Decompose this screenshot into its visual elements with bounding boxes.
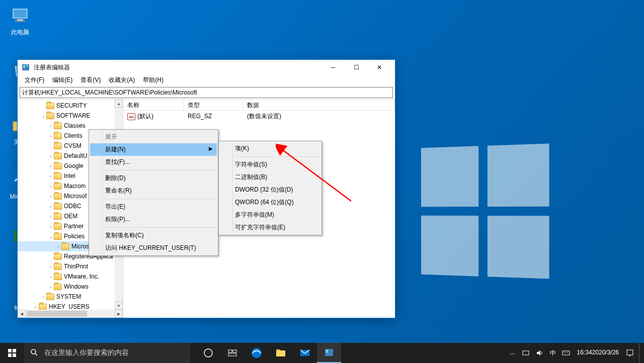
desktop-icon-this-pc[interactable]: 此电脑 (3, 6, 38, 37)
menu-view[interactable]: 查看(V) (76, 75, 105, 86)
ctx-export[interactable]: 导出(E) (90, 201, 217, 213)
list-row[interactable]: ab(默认) REG_SZ (数值未设置) (123, 111, 395, 122)
tree-item-label: Clients (64, 132, 83, 139)
scroll-down-icon[interactable]: ▼ (115, 302, 123, 310)
tree-expander-icon[interactable]: › (48, 274, 54, 280)
task-explorer[interactable] (269, 343, 293, 363)
tree-item-label: ODBC (64, 203, 82, 210)
tree-item-label: Intel (64, 172, 75, 179)
header-type[interactable]: 类型 (184, 100, 243, 110)
tree-expander-icon[interactable]: › (48, 284, 54, 290)
task-cortana[interactable] (196, 343, 220, 363)
svg-point-12 (31, 349, 36, 354)
folder-icon (54, 253, 62, 260)
titlebar[interactable]: 注册表编辑器 ─ ☐ ✕ (18, 60, 395, 75)
ctx-new-string[interactable]: 字符串值(S) (220, 158, 320, 171)
tree-expander-icon[interactable]: › (48, 153, 54, 159)
tree-expander-icon[interactable]: › (33, 304, 39, 310)
tree-expander-icon[interactable]: › (48, 133, 54, 139)
tray-chevron-icon[interactable]: ︿ (507, 343, 519, 363)
ctx-find[interactable]: 查找(F)... (90, 156, 217, 168)
svg-point-14 (204, 349, 212, 357)
folder-icon (54, 274, 62, 280)
close-button[interactable]: ✕ (368, 60, 391, 75)
minimize-button[interactable]: ─ (321, 60, 345, 75)
tree-expander-icon[interactable]: ⌄ (40, 113, 46, 119)
scroll-right-icon[interactable]: ▶ (115, 310, 123, 318)
tray-notifications-icon[interactable] (623, 343, 637, 363)
tree-item-label: Classes (64, 122, 86, 129)
ctx-copy-key-name[interactable]: 复制项名称(C) (90, 229, 217, 242)
header-data[interactable]: 数据 (243, 100, 395, 110)
folder-icon (39, 304, 47, 310)
tree-expander-icon[interactable]: › (48, 184, 54, 189)
folder-icon (54, 203, 62, 210)
tray-clock[interactable]: 16:34 2020/3/26 (573, 343, 623, 363)
taskbar-search[interactable]: 在这里输入你要搜索的内容 (24, 343, 190, 363)
ctx-new-multistring[interactable]: 多字符串值(M) (220, 209, 320, 221)
tree-expander-icon[interactable]: › (48, 204, 54, 209)
tree-item[interactable]: ⌄SOFTWARE (18, 111, 123, 121)
tree-expander-icon[interactable]: › (48, 123, 54, 129)
tree-expander-icon[interactable]: › (55, 244, 61, 249)
svg-rect-28 (627, 350, 633, 355)
folder-icon (54, 263, 62, 270)
tree-expander-icon[interactable]: › (48, 194, 54, 199)
ctx-new[interactable]: 新建(N)▶ (90, 143, 217, 156)
task-mail[interactable] (293, 343, 317, 363)
tray-volume-icon[interactable] (533, 343, 547, 363)
search-icon (30, 348, 38, 358)
tree-expander-icon[interactable]: › (48, 224, 54, 229)
ctx-permissions[interactable]: 权限(P)... (90, 213, 217, 226)
tree-item[interactable]: SECURITY (18, 101, 123, 111)
task-edge[interactable] (245, 343, 269, 363)
horizontal-scrollbar[interactable]: ◀ ▶ (18, 310, 123, 318)
tree-expander-icon[interactable]: › (48, 214, 54, 219)
scroll-left-icon[interactable]: ◀ (18, 310, 26, 318)
tray-network-icon[interactable] (519, 343, 533, 363)
start-button[interactable] (0, 343, 24, 363)
menu-favorites[interactable]: 收藏夹(A) (105, 75, 139, 86)
tree-expander-icon[interactable]: › (40, 294, 46, 300)
ctx-new-dword[interactable]: DWORD (32 位)值(D) (220, 184, 320, 196)
header-name[interactable]: 名称 (123, 100, 184, 110)
tray-keyboard-icon[interactable] (559, 343, 573, 363)
task-taskview[interactable] (220, 343, 245, 363)
tree-expander-icon[interactable]: › (48, 163, 54, 169)
menu-help[interactable]: 帮助(H) (139, 75, 168, 86)
tree-item[interactable]: ›Windows (18, 282, 123, 292)
ctx-new-key[interactable]: 项(K) (220, 142, 320, 155)
show-desktop-button[interactable] (639, 343, 642, 363)
ctx-delete[interactable]: 删除(D) (90, 172, 217, 185)
address-bar[interactable]: 计算机\HKEY_LOCAL_MACHINE\SOFTWARE\Policies… (20, 87, 393, 98)
task-regedit[interactable] (317, 343, 341, 363)
tree-item-label: ThinPrint (64, 263, 88, 270)
menu-edit[interactable]: 编辑(E) (48, 75, 76, 86)
scroll-up-icon[interactable]: ▲ (115, 100, 123, 108)
ctx-new-expandstring[interactable]: 可扩充字符串值(E) (220, 221, 320, 234)
maximize-button[interactable]: ☐ (345, 60, 368, 75)
tree-item[interactable]: ›SYSTEM (18, 292, 123, 302)
ctx-goto-hkcu[interactable]: 访问 HKEY_CURRENT_USER(T) (90, 242, 217, 254)
folder-icon (46, 113, 54, 119)
scroll-thumb[interactable] (27, 311, 87, 317)
svg-rect-17 (228, 353, 236, 356)
tree-expander-icon[interactable]: › (48, 264, 54, 269)
svg-rect-20 (276, 349, 280, 351)
ctx-rename[interactable]: 重命名(R) (90, 185, 217, 197)
tree-expander-icon[interactable]: › (48, 173, 54, 179)
tree-expander-icon[interactable]: ⌄ (48, 234, 54, 239)
menu-file[interactable]: 文件(F) (21, 75, 48, 86)
tree-item[interactable]: ›VMware, Inc. (18, 271, 123, 282)
pc-icon (10, 6, 30, 26)
folder-icon (54, 213, 62, 220)
ctx-new-binary[interactable]: 二进制值(B) (220, 171, 320, 184)
tray-ime[interactable]: 中 (547, 343, 559, 363)
tree-item[interactable]: ›ThinPrint (18, 261, 123, 271)
context-menu-key: 展开 新建(N)▶ 查找(F)... 删除(D) 重命名(R) 导出(E) 权限… (89, 129, 218, 256)
ctx-new-qword[interactable]: QWORD (64 位)值(Q) (220, 196, 320, 209)
context-submenu-new: 项(K) 字符串值(S) 二进制值(B) DWORD (32 位)值(D) QW… (218, 141, 322, 235)
ctx-expand[interactable]: 展开 (90, 131, 217, 143)
svg-line-13 (35, 353, 37, 355)
windows-logo-wallpaper (421, 143, 549, 279)
